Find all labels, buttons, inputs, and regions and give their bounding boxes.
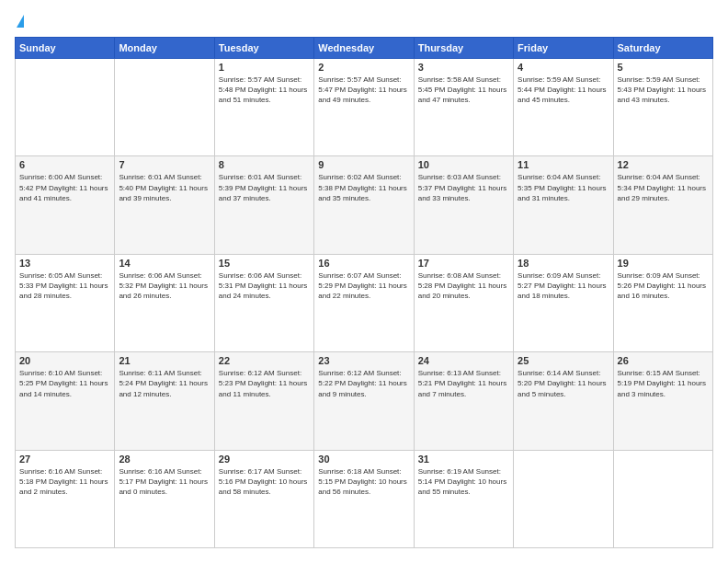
- day-info: Sunrise: 5:58 AM Sunset: 5:45 PM Dayligh…: [418, 75, 509, 106]
- calendar-header-row: SundayMondayTuesdayWednesdayThursdayFrid…: [16, 38, 713, 59]
- calendar-cell: 10Sunrise: 6:03 AM Sunset: 5:37 PM Dayli…: [414, 156, 513, 254]
- day-number: 8: [219, 159, 310, 170]
- day-number: 16: [318, 258, 409, 269]
- calendar-cell: 26Sunrise: 6:15 AM Sunset: 5:19 PM Dayli…: [613, 352, 712, 450]
- page: SundayMondayTuesdayWednesdayThursdayFrid…: [0, 0, 728, 563]
- day-number: 17: [418, 258, 509, 269]
- day-number: 9: [318, 159, 409, 170]
- day-number: 12: [618, 159, 709, 170]
- calendar-header-tuesday: Tuesday: [214, 38, 313, 59]
- calendar-cell: 5Sunrise: 5:59 AM Sunset: 5:43 PM Daylig…: [613, 59, 712, 156]
- day-info: Sunrise: 6:09 AM Sunset: 5:26 PM Dayligh…: [618, 270, 709, 302]
- calendar-cell: 8Sunrise: 6:01 AM Sunset: 5:39 PM Daylig…: [214, 156, 313, 254]
- day-number: 22: [219, 355, 310, 366]
- day-info: Sunrise: 6:18 AM Sunset: 5:15 PM Dayligh…: [318, 466, 409, 498]
- calendar-cell: 18Sunrise: 6:09 AM Sunset: 5:27 PM Dayli…: [514, 254, 613, 351]
- day-info: Sunrise: 6:08 AM Sunset: 5:28 PM Dayligh…: [418, 270, 509, 302]
- day-info: Sunrise: 6:11 AM Sunset: 5:24 PM Dayligh…: [119, 368, 210, 399]
- day-info: Sunrise: 6:14 AM Sunset: 5:20 PM Dayligh…: [518, 368, 609, 399]
- calendar-cell: [613, 450, 712, 547]
- calendar-cell: 3Sunrise: 5:58 AM Sunset: 5:45 PM Daylig…: [414, 59, 513, 156]
- day-info: Sunrise: 6:10 AM Sunset: 5:25 PM Dayligh…: [19, 368, 110, 399]
- calendar-header-thursday: Thursday: [414, 38, 513, 59]
- calendar-cell: 29Sunrise: 6:17 AM Sunset: 5:16 PM Dayli…: [214, 450, 313, 547]
- day-number: 14: [119, 258, 210, 269]
- day-info: Sunrise: 6:17 AM Sunset: 5:16 PM Dayligh…: [219, 466, 310, 498]
- calendar-cell: 21Sunrise: 6:11 AM Sunset: 5:24 PM Dayli…: [115, 352, 214, 450]
- calendar-header-friday: Friday: [514, 38, 613, 59]
- calendar-cell: 11Sunrise: 6:04 AM Sunset: 5:35 PM Dayli…: [514, 156, 613, 254]
- calendar-cell: 4Sunrise: 5:59 AM Sunset: 5:44 PM Daylig…: [514, 59, 613, 156]
- calendar-cell: 27Sunrise: 6:16 AM Sunset: 5:18 PM Dayli…: [16, 450, 115, 547]
- calendar-cell: [115, 59, 214, 156]
- day-number: 25: [518, 355, 609, 366]
- day-number: 15: [219, 258, 310, 269]
- calendar-cell: 17Sunrise: 6:08 AM Sunset: 5:28 PM Dayli…: [414, 254, 513, 351]
- day-number: 6: [19, 159, 110, 170]
- day-number: 29: [219, 454, 310, 465]
- calendar-header-saturday: Saturday: [613, 38, 712, 59]
- day-number: 26: [618, 355, 709, 366]
- calendar-week-row: 27Sunrise: 6:16 AM Sunset: 5:18 PM Dayli…: [16, 450, 713, 547]
- logo-triangle-icon: [17, 15, 24, 28]
- day-number: 13: [19, 258, 110, 269]
- calendar-cell: 9Sunrise: 6:02 AM Sunset: 5:38 PM Daylig…: [314, 156, 414, 254]
- calendar-header-sunday: Sunday: [16, 38, 115, 59]
- header: [15, 15, 713, 28]
- day-info: Sunrise: 6:04 AM Sunset: 5:35 PM Dayligh…: [518, 172, 609, 203]
- calendar: SundayMondayTuesdayWednesdayThursdayFrid…: [15, 37, 713, 548]
- calendar-cell: 1Sunrise: 5:57 AM Sunset: 5:48 PM Daylig…: [214, 59, 313, 156]
- day-number: 30: [318, 454, 409, 465]
- day-info: Sunrise: 6:07 AM Sunset: 5:29 PM Dayligh…: [318, 270, 409, 302]
- day-number: 1: [219, 62, 310, 73]
- day-info: Sunrise: 5:57 AM Sunset: 5:48 PM Dayligh…: [219, 75, 310, 106]
- day-number: 24: [418, 355, 509, 366]
- day-number: 27: [19, 454, 110, 465]
- day-number: 21: [119, 355, 210, 366]
- calendar-cell: 6Sunrise: 6:00 AM Sunset: 5:42 PM Daylig…: [16, 156, 115, 254]
- day-info: Sunrise: 6:01 AM Sunset: 5:39 PM Dayligh…: [219, 172, 310, 203]
- calendar-week-row: 20Sunrise: 6:10 AM Sunset: 5:25 PM Dayli…: [16, 352, 713, 450]
- day-number: 7: [119, 159, 210, 170]
- calendar-cell: 2Sunrise: 5:57 AM Sunset: 5:47 PM Daylig…: [314, 59, 414, 156]
- day-info: Sunrise: 6:01 AM Sunset: 5:40 PM Dayligh…: [119, 172, 210, 203]
- calendar-cell: 13Sunrise: 6:05 AM Sunset: 5:33 PM Dayli…: [16, 254, 115, 351]
- day-info: Sunrise: 6:06 AM Sunset: 5:31 PM Dayligh…: [219, 270, 310, 302]
- calendar-cell: 30Sunrise: 6:18 AM Sunset: 5:15 PM Dayli…: [314, 450, 414, 547]
- calendar-week-row: 13Sunrise: 6:05 AM Sunset: 5:33 PM Dayli…: [16, 254, 713, 351]
- day-number: 11: [518, 159, 609, 170]
- calendar-cell: 12Sunrise: 6:04 AM Sunset: 5:34 PM Dayli…: [613, 156, 712, 254]
- day-info: Sunrise: 6:15 AM Sunset: 5:19 PM Dayligh…: [618, 368, 709, 399]
- calendar-cell: 7Sunrise: 6:01 AM Sunset: 5:40 PM Daylig…: [115, 156, 214, 254]
- calendar-cell: 20Sunrise: 6:10 AM Sunset: 5:25 PM Dayli…: [16, 352, 115, 450]
- day-number: 2: [318, 62, 409, 73]
- calendar-header-monday: Monday: [115, 38, 214, 59]
- day-info: Sunrise: 6:00 AM Sunset: 5:42 PM Dayligh…: [19, 172, 110, 203]
- day-number: 28: [119, 454, 210, 465]
- day-info: Sunrise: 6:12 AM Sunset: 5:23 PM Dayligh…: [219, 368, 310, 399]
- calendar-cell: 28Sunrise: 6:16 AM Sunset: 5:17 PM Dayli…: [115, 450, 214, 547]
- day-number: 3: [418, 62, 509, 73]
- day-info: Sunrise: 6:09 AM Sunset: 5:27 PM Dayligh…: [518, 270, 609, 302]
- calendar-cell: 19Sunrise: 6:09 AM Sunset: 5:26 PM Dayli…: [613, 254, 712, 351]
- calendar-cell: 14Sunrise: 6:06 AM Sunset: 5:32 PM Dayli…: [115, 254, 214, 351]
- day-info: Sunrise: 6:19 AM Sunset: 5:14 PM Dayligh…: [418, 466, 509, 498]
- day-info: Sunrise: 6:04 AM Sunset: 5:34 PM Dayligh…: [618, 172, 709, 203]
- day-info: Sunrise: 6:16 AM Sunset: 5:18 PM Dayligh…: [19, 466, 110, 498]
- day-info: Sunrise: 6:02 AM Sunset: 5:38 PM Dayligh…: [318, 172, 409, 203]
- day-number: 20: [19, 355, 110, 366]
- day-number: 4: [518, 62, 609, 73]
- day-info: Sunrise: 6:13 AM Sunset: 5:21 PM Dayligh…: [418, 368, 509, 399]
- day-info: Sunrise: 6:12 AM Sunset: 5:22 PM Dayligh…: [318, 368, 409, 399]
- calendar-cell: 23Sunrise: 6:12 AM Sunset: 5:22 PM Dayli…: [314, 352, 414, 450]
- day-info: Sunrise: 6:06 AM Sunset: 5:32 PM Dayligh…: [119, 270, 210, 302]
- day-info: Sunrise: 6:05 AM Sunset: 5:33 PM Dayligh…: [19, 270, 110, 302]
- calendar-cell: 25Sunrise: 6:14 AM Sunset: 5:20 PM Dayli…: [514, 352, 613, 450]
- calendar-cell: 16Sunrise: 6:07 AM Sunset: 5:29 PM Dayli…: [314, 254, 414, 351]
- calendar-header-wednesday: Wednesday: [314, 38, 414, 59]
- day-info: Sunrise: 6:16 AM Sunset: 5:17 PM Dayligh…: [119, 466, 210, 498]
- calendar-cell: [16, 59, 115, 156]
- logo: [15, 15, 24, 28]
- day-number: 23: [318, 355, 409, 366]
- calendar-cell: 15Sunrise: 6:06 AM Sunset: 5:31 PM Dayli…: [214, 254, 313, 351]
